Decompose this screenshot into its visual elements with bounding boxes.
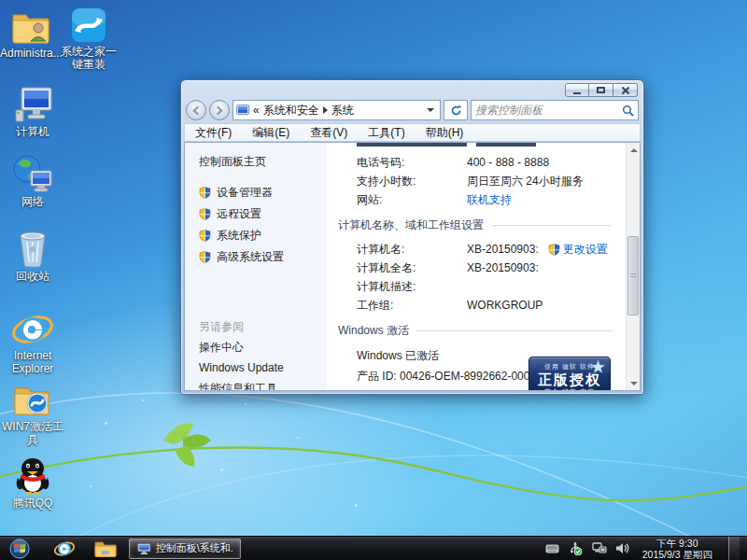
menu-help[interactable]: 帮助(H) [416,124,474,141]
menu-view[interactable]: 查看(V) [300,124,358,141]
sidebar-item-advanced-system-settings[interactable]: 高级系统设置 [185,246,327,268]
uac-shield-icon [548,244,560,256]
close-icon [621,86,630,95]
sidebar-item-performance-tools[interactable]: 性能信息和工具 [185,378,327,391]
breadcrumb-separator-icon [323,106,328,114]
desktop-icon-win7-activator[interactable]: WIN7激活工具 [2,383,63,446]
field-label: 工作组: [357,298,467,314]
sidebar-item-windows-update[interactable]: Windows Update [185,357,327,378]
support-row-hours: 支持小时数: 周日至周六 24小时服务 [357,172,626,190]
user-folder-icon [11,7,50,45]
vertical-scrollbar[interactable] [626,143,640,390]
taskbar-internet-explorer[interactable] [49,538,80,560]
taskbar-explorer[interactable] [90,538,121,560]
menu-edit[interactable]: 编辑(E) [242,124,300,141]
menu-tools[interactable]: 工具(T) [358,124,415,141]
activation-block: Windows 已激活 产品 ID: 00426-OEM-8992662-000… [327,345,626,386]
system-tray: 下午 9:30 2015/9/3 星期四 [545,537,747,560]
desktop: Administra... 系统之家一键重装 计算机 [0,0,747,560]
sidebar-item-control-panel-home[interactable]: 控制面板主页 [185,152,327,172]
breadcrumb[interactable]: « 系统和安全 系统 [233,100,441,120]
desktop-icon-network[interactable]: 网络 [2,154,63,208]
desktop-icon-qq[interactable]: 腾讯QQ [2,455,63,510]
sidebar-item-device-manager[interactable]: 设备管理器 [185,182,327,203]
field-value: XB-20150903: [467,243,539,256]
change-settings-link[interactable]: 更改设置 [563,242,608,258]
desktop-icon-internet-explorer[interactable]: Internet Explorer [2,312,63,375]
desktop-icon-administrator[interactable]: Administra... [0,7,62,60]
recycle-bin-icon [15,229,50,268]
menu-bar: 文件(F) 编辑(E) 查看(V) 工具(T) 帮助(H) [184,123,641,142]
taskbar: 控制面板\系统和... 下午 9:30 2015/9/3 星期四 [0,536,747,560]
uac-shield-icon [199,187,211,199]
sidebar-item-label: 高级系统设置 [217,249,284,265]
badge-bottom-text: 安全 稳定 声誉 [529,387,610,390]
section-windows-activation: Windows 激活 [338,323,613,339]
computer-row-description: 计算机描述: [357,277,626,296]
sidebar-item-label: 设备管理器 [217,185,273,201]
menu-file[interactable]: 文件(F) [185,124,242,141]
tray-keyboard-icon[interactable] [545,541,560,556]
desktop-icon-xitongzhijia[interactable]: 系统之家一键重装 [58,7,120,71]
start-button[interactable] [4,538,35,560]
clipped-text-remnant [357,143,613,147]
navigation-bar: « 系统和安全 系统 [181,97,643,123]
desktop-icon-label: 回收站 [2,270,63,283]
clock-time: 下午 9:30 [642,538,712,549]
clock-date: 2015/9/3 星期四 [642,549,712,560]
section-computer-name: 计算机名称、域和工作组设置 [338,217,613,233]
forward-button[interactable] [209,100,230,120]
breadcrumb-chevron[interactable]: « [253,104,260,117]
forward-icon [214,105,223,115]
desktop-icon-label: 网络 [2,195,63,208]
taskbar-window-button[interactable]: 控制面板\系统和... [129,539,241,559]
field-value: WORKGROUP [467,299,543,312]
refresh-button[interactable] [444,100,468,120]
folder-icon [94,539,117,557]
maximize-button[interactable] [589,83,613,97]
search-icon[interactable] [622,105,634,117]
desktop-icon-label: Administra... [0,47,62,60]
breadcrumb-item-security[interactable]: 系统和安全 [263,103,319,119]
scroll-up-button[interactable] [627,143,641,157]
network-icon [12,154,53,193]
show-desktop-button[interactable] [728,537,740,560]
sidebar-item-label: 系统保护 [217,228,261,244]
scroll-down-button[interactable] [627,376,641,390]
taskbar-window-button-label: 控制面板\系统和... [156,541,233,555]
control-panel-window-icon [137,542,151,555]
tray-network-icon[interactable] [592,541,607,556]
close-button[interactable] [613,83,638,97]
maximize-icon [597,87,605,93]
qq-penguin-icon [14,455,51,495]
activation-status: Windows 已激活 [357,348,439,364]
field-label: 网站: [357,192,467,208]
sidebar-item-action-center[interactable]: 操作中心 [185,337,327,357]
change-settings[interactable]: 更改设置 [548,242,608,258]
computer-row-workgroup: 工作组: WORKGROUP [357,296,626,315]
minimize-button[interactable] [565,83,589,97]
tray-volume-icon[interactable] [615,541,630,556]
see-also-header: 另请参阅 [185,317,327,337]
online-support-link[interactable]: 联机支持 [467,192,512,208]
breadcrumb-item-system[interactable]: 系统 [331,103,354,119]
back-button[interactable] [186,100,206,120]
scrollbar-thumb[interactable] [627,236,639,315]
field-value: XB-20150903: [467,261,539,274]
search-input[interactable] [475,104,622,117]
desktop-icon-label: 计算机 [2,125,63,138]
desktop-icon-computer[interactable]: 计算机 [2,86,63,138]
sidebar-item-remote-settings[interactable]: 远程设置 [185,203,327,225]
sidebar-item-system-protection[interactable]: 系统保护 [185,225,327,246]
desktop-icon-label: WIN7激活工具 [2,420,63,446]
window-titlebar[interactable] [181,80,643,97]
tray-usb-safely-remove-icon[interactable] [569,541,584,556]
taskbar-clock[interactable]: 下午 9:30 2015/9/3 星期四 [639,538,720,560]
support-row-phone: 电话号码: 400 - 888 - 8888 [357,153,626,172]
breadcrumb-dropdown-icon[interactable] [427,108,434,112]
explorer-window: « 系统和安全 系统 文件(F) 编辑 [180,79,644,395]
field-label: 计算机描述: [357,279,467,295]
desktop-icon-recycle-bin[interactable]: 回收站 [2,229,63,283]
uac-shield-icon [199,208,211,220]
search-box [471,100,639,120]
